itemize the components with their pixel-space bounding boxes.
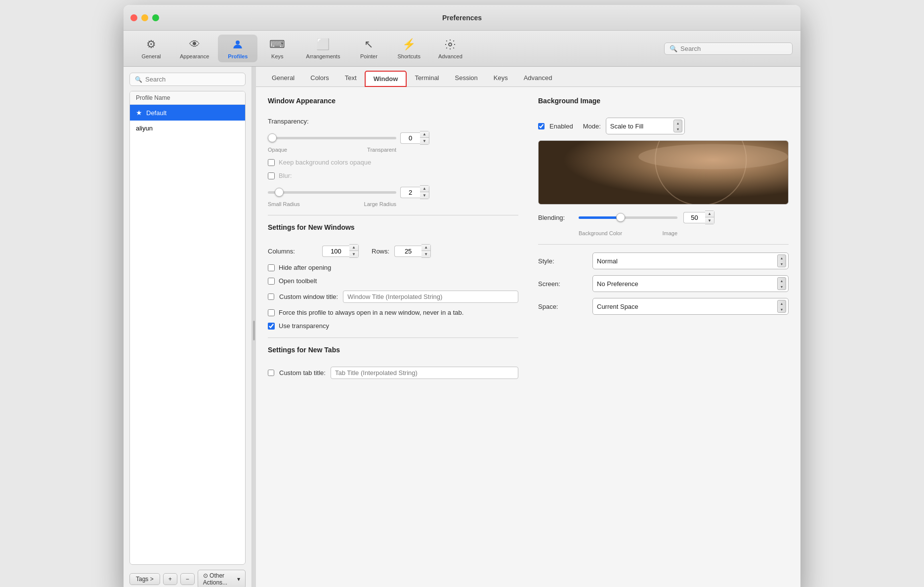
bg-enabled-checkbox[interactable] (538, 123, 545, 129)
rows-input[interactable] (394, 246, 421, 257)
sidebar-search-input[interactable] (145, 76, 240, 83)
window-appearance-title: Window Appearance (268, 97, 518, 105)
transparency-decrement-button[interactable]: ▼ (420, 138, 429, 144)
subtab-keys[interactable]: Keys (486, 71, 516, 87)
subtab-colors[interactable]: Colors (302, 71, 337, 87)
style-dropdown-wrapper[interactable]: Normal Fullscreen Maximized No Title Bar… (592, 252, 789, 269)
toolbar-item-advanced[interactable]: Advanced (429, 35, 471, 62)
mode-decrement-button[interactable]: ▼ (674, 126, 682, 132)
blending-decrement-button[interactable]: ▼ (705, 217, 714, 224)
subtab-terminal[interactable]: Terminal (407, 71, 447, 87)
sidebar-search-box[interactable]: 🔍 (129, 73, 246, 86)
transparency-row: Transparency: (268, 118, 518, 125)
toolbar-item-arrangements[interactable]: ⬜ Arrangements (297, 35, 349, 62)
hide-after-opening-row: Hide after opening (268, 264, 518, 271)
open-toolbelt-label: Open toolbelt (279, 277, 317, 285)
screen-stepper: ▲ ▼ (777, 277, 786, 290)
space-increment-button[interactable]: ▲ (778, 300, 786, 306)
close-button[interactable] (130, 14, 137, 21)
toolbar-item-appearance[interactable]: 👁 Appearance (171, 35, 218, 62)
minimize-button[interactable] (141, 14, 148, 21)
profile-item-aliyun[interactable]: aliyun (130, 121, 245, 136)
mode-increment-button[interactable]: ▲ (674, 120, 682, 126)
mode-dropdown-wrapper[interactable]: Scale to Fill Scale to Fit Tile Stretch … (606, 118, 685, 134)
subtab-general[interactable]: General (264, 71, 302, 87)
subtab-text[interactable]: Text (337, 71, 365, 87)
screen-dropdown-wrapper[interactable]: No Preference Main Screen Screen with Cu… (592, 275, 789, 292)
space-select[interactable]: Current Space All Spaces (597, 303, 775, 310)
style-label: Style: (538, 257, 588, 265)
other-actions-label: ⊙ Other Actions... (203, 572, 237, 586)
force-new-window-checkbox[interactable] (268, 309, 275, 316)
blur-checkbox[interactable] (268, 172, 275, 179)
screen-select[interactable]: No Preference Main Screen Screen with Cu… (597, 280, 775, 288)
blur-value-input[interactable] (400, 187, 420, 198)
resize-handle[interactable] (252, 67, 256, 587)
screen-increment-button[interactable]: ▲ (778, 278, 786, 284)
transparency-increment-button[interactable]: ▲ (420, 131, 429, 138)
columns-rows-row: Columns: ▲ ▼ Rows: ▲ (268, 244, 518, 258)
toolbar-item-keys[interactable]: ⌨ Keys (257, 35, 297, 62)
subtab-session[interactable]: Session (447, 71, 486, 87)
separator-3 (538, 244, 789, 245)
transparency-slider-thumb[interactable] (268, 133, 277, 142)
toolbar-item-shortcuts[interactable]: ⚡ Shortcuts (388, 35, 429, 62)
blending-increment-button[interactable]: ▲ (705, 211, 714, 217)
toolbar-search-box[interactable]: 🔍 (664, 42, 793, 55)
columns-increment-button[interactable]: ▲ (349, 245, 358, 251)
rows-decrement-button[interactable]: ▼ (421, 251, 430, 257)
space-decrement-button[interactable]: ▼ (778, 306, 786, 312)
background-image-preview[interactable] (538, 140, 789, 205)
subtabs: General Colors Text Window Terminal Sess… (256, 67, 800, 87)
columns-decrement-button[interactable]: ▼ (349, 251, 358, 257)
custom-window-title-input[interactable] (343, 291, 518, 303)
profile-item-default[interactable]: ★ Default (130, 105, 245, 121)
keyboard-icon: ⌨ (270, 38, 284, 51)
subtab-advanced[interactable]: Advanced (516, 71, 560, 87)
open-toolbelt-checkbox[interactable] (268, 278, 275, 285)
style-increment-button[interactable]: ▲ (778, 255, 786, 261)
toolbar-label-shortcuts: Shortcuts (397, 53, 420, 59)
use-transparency-checkbox[interactable] (268, 323, 275, 330)
transparency-value-input[interactable] (400, 132, 420, 144)
transparency-slider-track[interactable] (268, 137, 396, 139)
svg-point-0 (236, 41, 240, 44)
toolbar-item-general[interactable]: ⚙ General (131, 35, 171, 62)
style-decrement-button[interactable]: ▼ (778, 261, 786, 267)
mode-label: Mode: (583, 123, 601, 130)
toolbar-search-input[interactable] (680, 45, 787, 52)
add-profile-button[interactable]: + (163, 573, 177, 585)
toolbar-label-pointer: Pointer (360, 53, 378, 59)
style-select[interactable]: Normal Fullscreen Maximized No Title Bar (597, 257, 775, 265)
subtab-window[interactable]: Window (365, 71, 407, 87)
rows-increment-button[interactable]: ▲ (421, 245, 430, 251)
toolbar-item-pointer[interactable]: ↖ Pointer (349, 35, 388, 62)
mode-select[interactable]: Scale to Fill Scale to Fit Tile Stretch (610, 123, 672, 130)
custom-window-title-checkbox[interactable] (268, 294, 274, 300)
custom-tab-title-checkbox[interactable] (268, 370, 274, 376)
keep-bg-opaque-checkbox[interactable] (268, 159, 275, 166)
toolbar-items: ⚙ General 👁 Appearance Profiles ⌨ Keys (131, 35, 664, 62)
blending-thumb[interactable] (616, 213, 625, 222)
screen-decrement-button[interactable]: ▼ (778, 284, 786, 290)
blur-decrement-button[interactable]: ▼ (420, 192, 429, 199)
blur-slider-track[interactable] (268, 191, 396, 194)
other-actions-button[interactable]: ⊙ Other Actions... ▾ (198, 570, 246, 587)
custom-tab-title-input[interactable] (331, 367, 518, 379)
pointer-icon: ↖ (362, 38, 376, 51)
blending-row: Blending: ▲ ▼ (538, 210, 789, 224)
tags-button[interactable]: Tags > (129, 573, 160, 585)
maximize-button[interactable] (152, 14, 159, 21)
remove-profile-button[interactable]: − (180, 573, 195, 585)
hide-after-opening-checkbox[interactable] (268, 264, 275, 271)
columns-input-group: ▲ ▼ (322, 244, 359, 258)
sidebar-footer: Tags > + − ⊙ Other Actions... ▾ (129, 570, 246, 587)
blur-increment-button[interactable]: ▲ (420, 186, 429, 192)
blur-slider-thumb[interactable] (275, 188, 284, 197)
space-dropdown-wrapper[interactable]: Current Space All Spaces ▲ ▼ (592, 298, 789, 315)
transparency-stepper: ▲ ▼ (420, 131, 429, 145)
toolbar-item-profiles[interactable]: Profiles (218, 35, 257, 62)
columns-input[interactable] (322, 246, 349, 257)
blending-value-input[interactable] (683, 212, 705, 223)
blending-track[interactable] (579, 216, 677, 219)
